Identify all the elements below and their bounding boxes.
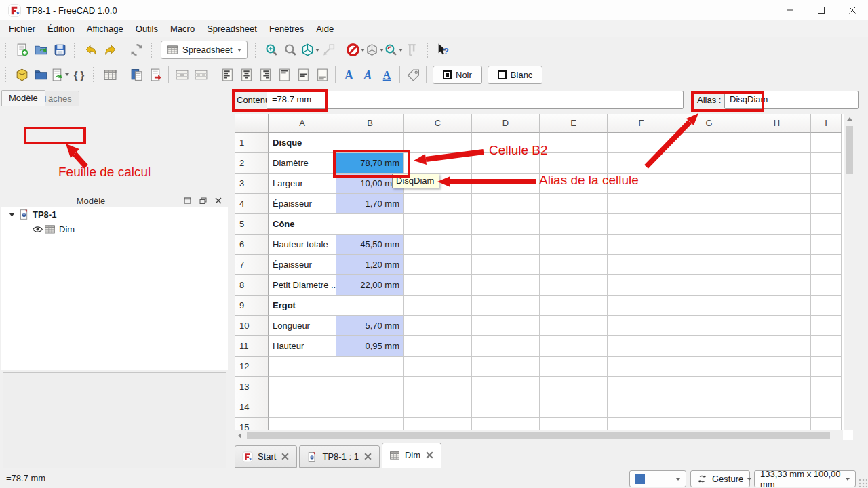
cell-A13[interactable]: [269, 377, 336, 397]
cell-A11[interactable]: Hauteur: [269, 336, 336, 357]
cell-A10[interactable]: Longueur: [269, 316, 336, 336]
cell-C2[interactable]: [404, 153, 472, 174]
cell-E11[interactable]: [540, 336, 608, 357]
toolbar-drag-handle[interactable]: [151, 43, 155, 58]
cell-G9[interactable]: [675, 296, 743, 316]
cell-A2[interactable]: Diamètre: [269, 153, 336, 174]
cell-B6[interactable]: 45,50 mm: [336, 235, 404, 255]
export-csv-button[interactable]: [146, 65, 165, 84]
style-underline-button[interactable]: A: [377, 65, 396, 84]
column-header-i[interactable]: I: [811, 114, 842, 133]
column-header-f[interactable]: F: [608, 114, 675, 133]
cell-G5[interactable]: [675, 214, 743, 235]
menu-outils[interactable]: Outils: [130, 22, 164, 36]
cell-F7[interactable]: [608, 255, 675, 275]
cell-C1[interactable]: [404, 133, 472, 153]
cell-D7[interactable]: [472, 255, 540, 275]
row-header-5[interactable]: 5: [235, 214, 269, 235]
cell-C11[interactable]: [404, 336, 472, 357]
cell-F12[interactable]: [608, 357, 675, 377]
cell-H8[interactable]: [743, 275, 811, 296]
mdi-tab-start[interactable]: Start: [235, 445, 297, 468]
cell-G1[interactable]: [675, 133, 743, 153]
save-file-button[interactable]: [50, 41, 69, 60]
tree-item-spreadsheet[interactable]: Dim: [1, 222, 228, 237]
row-header-13[interactable]: 13: [235, 377, 269, 397]
cell-E14[interactable]: [540, 397, 608, 418]
menu-affichage[interactable]: Affichage: [81, 22, 130, 36]
cell-F11[interactable]: [608, 336, 675, 357]
cell-D12[interactable]: [472, 357, 540, 377]
cell-H2[interactable]: [743, 153, 811, 174]
toolbar-drag-handle[interactable]: [5, 43, 9, 58]
column-header-a[interactable]: A: [269, 114, 336, 133]
tree-document-label[interactable]: TP8-1: [33, 209, 56, 220]
redo-button[interactable]: [100, 41, 119, 60]
cell-I3[interactable]: [811, 174, 842, 194]
tree-spreadsheet-label[interactable]: Dim: [59, 224, 75, 235]
cell-H1[interactable]: [743, 133, 811, 153]
cell-I14[interactable]: [811, 397, 842, 418]
menu-fichier[interactable]: Fichier: [3, 22, 41, 36]
cell-A1[interactable]: Disque: [269, 133, 336, 153]
align-center-button[interactable]: [237, 65, 256, 84]
cell-G14[interactable]: [675, 397, 743, 418]
cell-I8[interactable]: [811, 275, 842, 296]
whats-this-button[interactable]: ?: [434, 41, 453, 60]
tab-model[interactable]: Modèle: [1, 90, 45, 106]
horizontal-scrollbar[interactable]: [235, 430, 843, 440]
cell-E8[interactable]: [540, 275, 608, 296]
cell-C13[interactable]: [404, 377, 472, 397]
eye-visibility-icon[interactable]: [31, 224, 43, 235]
tab-close-icon[interactable]: [425, 451, 434, 460]
cell-D11[interactable]: [472, 336, 540, 357]
row-header-1[interactable]: 1: [235, 133, 269, 153]
cell-A3[interactable]: Largeur: [269, 174, 336, 194]
draw-style-button[interactable]: [365, 41, 384, 60]
cell-D13[interactable]: [472, 377, 540, 397]
expression-braces-button[interactable]: { }: [69, 65, 88, 84]
cell-I4[interactable]: [811, 194, 842, 214]
cell-I9[interactable]: [811, 296, 842, 316]
row-header-4[interactable]: 4: [235, 194, 269, 214]
cell-E9[interactable]: [540, 296, 608, 316]
cell-B2[interactable]: 78,70 mm: [336, 153, 404, 174]
sheet-corner[interactable]: [235, 114, 269, 133]
dock-popout-icon[interactable]: [197, 196, 208, 205]
navigation-style-combo[interactable]: Gesture: [690, 470, 750, 487]
cell-E1[interactable]: [540, 133, 608, 153]
workbench-selector[interactable]: Spreadsheet: [161, 41, 248, 59]
axonometric-view-button[interactable]: [300, 41, 319, 60]
cell-E2[interactable]: [540, 153, 608, 174]
alias-tag-button[interactable]: [403, 65, 422, 84]
column-header-c[interactable]: C: [404, 114, 472, 133]
cell-D6[interactable]: [472, 235, 540, 255]
toolbar-drag-handle[interactable]: [427, 43, 431, 58]
align-bottom-button[interactable]: [313, 65, 332, 84]
menu-edition[interactable]: Édition: [41, 22, 81, 36]
align-left-button[interactable]: [218, 65, 237, 84]
cell-I13[interactable]: [811, 377, 842, 397]
cell-F14[interactable]: [608, 397, 675, 418]
cell-H13[interactable]: [743, 377, 811, 397]
align-top-button[interactable]: [275, 65, 294, 84]
cell-G12[interactable]: [675, 357, 743, 377]
expand-arrow-icon[interactable]: [5, 211, 18, 218]
tree-item-document[interactable]: TP8-1: [1, 207, 228, 222]
column-header-b[interactable]: B: [336, 114, 404, 133]
cell-B11[interactable]: 0,95 mm: [336, 336, 404, 357]
cell-F10[interactable]: [608, 316, 675, 336]
column-header-h[interactable]: H: [743, 114, 811, 133]
cell-B5[interactable]: [336, 214, 404, 235]
style-italic-button[interactable]: A: [358, 65, 377, 84]
cell-B1[interactable]: [336, 133, 404, 153]
cell-H10[interactable]: [743, 316, 811, 336]
cell-F8[interactable]: [608, 275, 675, 296]
cell-F1[interactable]: [608, 133, 675, 153]
export-file-button[interactable]: [50, 65, 69, 84]
cell-F9[interactable]: [608, 296, 675, 316]
cell-A9[interactable]: Ergot: [269, 296, 336, 316]
new-file-button[interactable]: [12, 41, 31, 60]
cell-G2[interactable]: [675, 153, 743, 174]
dimension-combo[interactable]: 133,33 mm x 100,00 mm: [754, 470, 856, 487]
